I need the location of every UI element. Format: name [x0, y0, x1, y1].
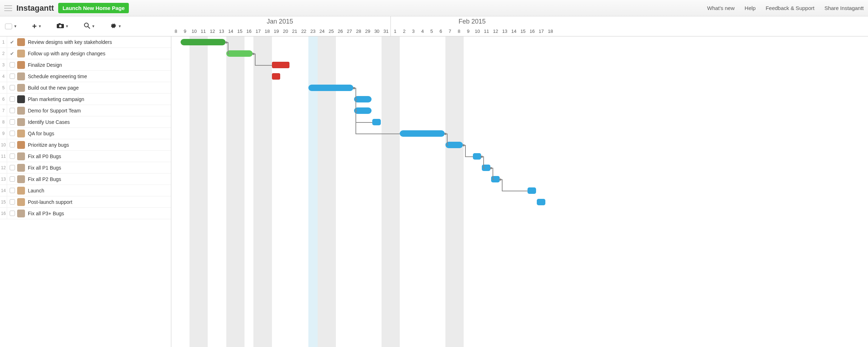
task-row[interactable]: 14Launch: [0, 185, 171, 196]
checkbox-icon: [10, 176, 15, 182]
task-checkbox[interactable]: [7, 108, 17, 113]
row-number: 11: [0, 151, 7, 162]
gantt-bar[interactable]: [308, 85, 353, 91]
day-cell: 22: [299, 26, 308, 36]
checkbox-icon: [10, 199, 15, 205]
day-cell: 14: [509, 26, 519, 36]
gantt-bar[interactable]: [181, 39, 226, 45]
task-row[interactable]: 3Finalize Design: [0, 59, 171, 71]
task-row[interactable]: 7Demo for Support Team: [0, 105, 171, 116]
checkbox-icon: [10, 96, 15, 102]
task-checkbox[interactable]: ✔: [7, 51, 17, 56]
task-checkbox[interactable]: [7, 211, 17, 216]
day-cell: 11: [482, 26, 491, 36]
day-cell: 7: [445, 26, 455, 36]
task-row[interactable]: 16Fix all P3+ Bugs: [0, 208, 171, 219]
day-cell: 10: [473, 26, 482, 36]
row-number: 7: [0, 105, 7, 116]
task-checkbox[interactable]: [7, 131, 17, 136]
gantt-bar[interactable]: [372, 119, 381, 125]
task-title: Review designs with key stakeholders: [28, 39, 112, 45]
check-icon: ✔: [10, 51, 14, 56]
task-checkbox[interactable]: [7, 165, 17, 170]
gantt-bar[interactable]: [400, 130, 445, 137]
task-checkbox[interactable]: [7, 85, 17, 90]
row-number: 4: [0, 71, 7, 82]
task-checkbox[interactable]: [7, 176, 17, 182]
svg-point-4: [59, 25, 61, 27]
day-cell: 24: [318, 26, 327, 36]
settings-dropdown[interactable]: ▼: [110, 22, 121, 30]
task-list: 1✔Review designs with key stakeholders2✔…: [0, 36, 171, 347]
task-title: Fix all P0 Bugs: [28, 154, 61, 159]
nav-whats-new[interactable]: What's new: [707, 5, 735, 11]
task-row[interactable]: 9QA for bugs: [0, 128, 171, 139]
row-number: 8: [0, 116, 7, 127]
gantt-bar[interactable]: [272, 62, 289, 68]
day-cell: 17: [253, 26, 263, 36]
gantt-bar[interactable]: [226, 50, 253, 57]
day-cell: 1: [390, 26, 400, 36]
task-title: Build out the new page: [28, 85, 79, 91]
caret-icon: ▼: [14, 24, 17, 28]
top-nav: What's new Help Feedback & Support Share…: [707, 5, 864, 11]
task-checkbox[interactable]: ✔: [7, 39, 17, 45]
task-row[interactable]: 15Post-launch support: [0, 196, 171, 208]
task-checkbox[interactable]: [7, 199, 17, 205]
day-cell: 15: [519, 26, 528, 36]
avatar: [17, 84, 25, 92]
task-checkbox[interactable]: [7, 154, 17, 159]
gantt-bar[interactable]: [473, 153, 481, 160]
svg-point-6: [84, 23, 88, 27]
avatar: [17, 118, 25, 126]
task-row[interactable]: 4Schedule engineering time: [0, 71, 171, 82]
launch-button[interactable]: Launch New Home Page: [58, 3, 129, 13]
day-cell: 27: [345, 26, 354, 36]
task-title: Plan marketing campaign: [28, 96, 84, 102]
zoom-dropdown[interactable]: ▼: [84, 22, 95, 30]
row-number: 14: [0, 185, 7, 196]
row-number: 3: [0, 59, 7, 70]
task-checkbox[interactable]: [7, 74, 17, 79]
main: 1✔Review designs with key stakeholders2✔…: [0, 36, 868, 347]
gantt-bar[interactable]: [528, 187, 536, 194]
task-row[interactable]: 8Identify Use Cases: [0, 116, 171, 128]
task-row[interactable]: 13Fix all P2 Bugs: [0, 174, 171, 185]
nav-feedback[interactable]: Feedback & Support: [766, 5, 814, 11]
task-row[interactable]: 11Fix all P0 Bugs: [0, 151, 171, 162]
checkbox-icon: [5, 24, 12, 29]
day-cell: 28: [354, 26, 363, 36]
gantt-bar[interactable]: [272, 73, 281, 80]
caret-icon: ▼: [65, 24, 69, 28]
select-all-dropdown[interactable]: ▼: [5, 24, 17, 29]
task-row[interactable]: 10Prioritize any bugs: [0, 139, 171, 151]
gantt-bar[interactable]: [537, 199, 545, 205]
task-row[interactable]: 6Plan marketing campaign: [0, 94, 171, 105]
caret-icon: ▼: [92, 24, 95, 28]
zoom-icon: [84, 22, 90, 30]
task-title: QA for bugs: [28, 131, 54, 136]
camera-dropdown[interactable]: ▼: [57, 23, 69, 29]
task-checkbox[interactable]: [7, 119, 17, 125]
task-checkbox[interactable]: [7, 142, 17, 147]
menu-icon[interactable]: [4, 5, 12, 11]
task-checkbox[interactable]: [7, 188, 17, 193]
avatar: [17, 50, 25, 57]
nav-share[interactable]: Share Instagantt: [824, 5, 864, 11]
row-number: 1: [0, 36, 7, 47]
day-cell: 5: [427, 26, 436, 36]
day-cell: 16: [528, 26, 537, 36]
task-row[interactable]: 12Fix all P1 Bugs: [0, 162, 171, 174]
nav-help[interactable]: Help: [745, 5, 756, 11]
task-title: Schedule engineering time: [28, 74, 87, 79]
task-row[interactable]: 1✔Review designs with key stakeholders: [0, 36, 171, 48]
gantt-chart[interactable]: [171, 36, 868, 347]
task-checkbox[interactable]: [7, 96, 17, 102]
task-row[interactable]: 5Build out the new page: [0, 82, 171, 94]
camera-icon: [57, 23, 64, 29]
task-row[interactable]: 2✔Follow up with any design changes: [0, 48, 171, 59]
add-dropdown[interactable]: +▼: [32, 22, 42, 31]
day-cell: 3: [409, 26, 418, 36]
task-checkbox[interactable]: [7, 62, 17, 67]
day-cell: 15: [235, 26, 244, 36]
